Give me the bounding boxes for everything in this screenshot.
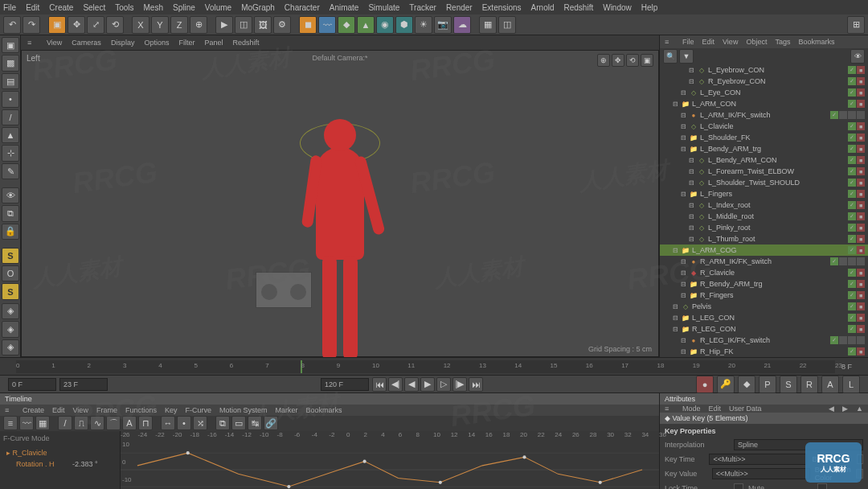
pla-key-icon[interactable]: L — [842, 376, 860, 393]
fc-linear-icon[interactable]: / — [58, 416, 72, 430]
vp-max-icon[interactable]: ▣ — [641, 54, 653, 67]
tree-tag[interactable]: ✓ — [848, 235, 856, 243]
workplane-icon[interactable]: ▤ — [2, 73, 19, 89]
expand-icon[interactable]: ⊟ — [687, 179, 695, 187]
fc-step-icon[interactable]: ⎍ — [74, 416, 88, 430]
menu-mograph[interactable]: MoGraph — [241, 3, 275, 12]
tree-tag[interactable]: ✓ — [830, 257, 838, 265]
attr-nav-back-icon[interactable]: ◀ — [829, 405, 834, 413]
play-icon[interactable]: ▶ — [420, 377, 435, 392]
tree-tag[interactable]: ■ — [857, 291, 865, 299]
rot-key-icon[interactable]: R — [800, 376, 818, 393]
expand-icon[interactable]: ⊟ — [687, 224, 695, 232]
keytime-input[interactable] — [709, 454, 807, 465]
expand-icon[interactable]: ⊟ — [679, 336, 687, 344]
expand-icon[interactable]: ⊟ — [679, 111, 687, 119]
tree-item[interactable]: ⊟◇Pelvis✓■ — [660, 301, 868, 312]
expand-icon[interactable]: ⊟ — [687, 201, 695, 209]
attr-nav-fwd-icon[interactable]: ▶ — [842, 405, 848, 413]
snap-s-icon[interactable]: S — [2, 248, 19, 264]
fc-menu-bookmarks[interactable]: Bookmarks — [306, 406, 342, 414]
tree-tag[interactable]: ✓ — [848, 224, 856, 232]
expand-icon[interactable]: ⊟ — [671, 302, 679, 310]
tree-tag[interactable]: ✓ — [848, 134, 856, 142]
menu-redshift[interactable]: Redshift — [564, 3, 594, 12]
locktime-check[interactable] — [734, 483, 743, 489]
generator-icon[interactable]: ◆ — [338, 16, 355, 34]
vp-orbit-icon[interactable]: ⟲ — [626, 54, 639, 67]
scale-tool-icon[interactable]: ⤢ — [87, 16, 104, 34]
fc-motion-icon[interactable]: ▦ — [35, 416, 50, 430]
expand-icon[interactable]: ⊟ — [687, 235, 695, 243]
tree-item[interactable]: ⊟📁L_Fingers✓■ — [660, 188, 868, 199]
tree-tag[interactable] — [839, 257, 847, 265]
attr-nav-up-icon[interactable]: ▲ — [856, 405, 863, 413]
tree-tag[interactable] — [839, 111, 847, 119]
layout-icon[interactable]: ▦ — [479, 16, 497, 34]
tree-tag[interactable] — [848, 111, 856, 119]
om-menu-file[interactable]: File — [682, 38, 694, 46]
polygon-mode-icon[interactable]: ▲ — [2, 127, 19, 143]
expand-icon[interactable]: ⊟ — [679, 291, 687, 299]
mograph-icon[interactable]: ⬢ — [395, 16, 413, 34]
tree-tag[interactable]: ✓ — [848, 100, 856, 108]
expand-icon[interactable]: ⊟ — [687, 167, 695, 175]
vp-pan-icon[interactable]: ✥ — [612, 54, 624, 67]
fc-dopesheet-icon[interactable]: ≡ — [3, 416, 18, 430]
goto-end-icon[interactable]: ⏭ — [469, 377, 483, 392]
expand-icon[interactable]: ⊟ — [671, 246, 679, 254]
volume-icon[interactable]: ☁ — [453, 16, 471, 34]
tree-tag[interactable]: ■ — [857, 179, 865, 187]
tree-tag[interactable]: ■ — [857, 66, 865, 74]
viewport-solo-icon[interactable]: 👁 — [2, 187, 19, 203]
render-region-icon[interactable]: ◫ — [235, 16, 252, 34]
fc-break-icon[interactable]: ⤮ — [193, 416, 207, 430]
fc-zero-len-icon[interactable]: • — [177, 416, 191, 430]
fcurve-tree[interactable]: F-Curve Mode ▸ R_Clavicle Rotation . H -… — [0, 431, 121, 489]
om-menu-edit[interactable]: Edit — [702, 38, 715, 46]
fcurve-graph[interactable]: -26-24-22-20-18-16-14-12-10-8-6-4-202468… — [121, 431, 659, 489]
keyvalue-input[interactable] — [712, 468, 810, 479]
fc-menu-frame[interactable]: Frame — [96, 406, 117, 414]
tree-item[interactable]: ⊟◇R_Eyebrow_CON✓■ — [660, 76, 868, 87]
snap-icon[interactable]: ⧉ — [2, 205, 19, 221]
tree-tag[interactable]: ✓ — [848, 212, 856, 220]
expand-icon[interactable]: ⊟ — [687, 212, 695, 220]
redo-icon[interactable]: ↷ — [23, 16, 40, 34]
next-frame-icon[interactable]: ▷ — [436, 377, 451, 392]
tree-item[interactable]: ⊟●R_ARM_IK/FK_switch✓ — [660, 256, 868, 267]
fcurve-tree-object[interactable]: ▸ R_Clavicle — [3, 447, 117, 458]
tree-tag[interactable]: ■ — [857, 325, 865, 333]
tree-tag[interactable]: ■ — [857, 100, 865, 108]
rotate-tool-icon[interactable]: ⟲ — [106, 16, 124, 34]
fcurve-tree-track[interactable]: Rotation . H -2.383 ° — [3, 458, 117, 470]
vp-menu-options[interactable]: Options — [144, 39, 169, 47]
tree-item[interactable]: ⊟◇L_Eyebrow_CON✓■ — [660, 64, 868, 76]
param-key-icon[interactable]: A — [821, 376, 839, 393]
filter1-icon[interactable]: ◈ — [2, 303, 19, 319]
fc-ripple-icon[interactable]: ↹ — [248, 416, 262, 430]
tree-item[interactable]: ⊟📁L_Bendy_ARM_trg✓■ — [660, 143, 868, 154]
fc-fcurve-icon[interactable]: 〰 — [19, 416, 34, 430]
cube-primitive-icon[interactable]: ◼ — [299, 16, 317, 34]
expand-icon[interactable]: ⊟ — [687, 156, 695, 164]
attr-menu-mode[interactable]: Mode — [682, 405, 701, 413]
om-search-icon[interactable]: 🔍 — [663, 49, 678, 64]
tree-tag[interactable]: ■ — [857, 145, 865, 153]
tree-item[interactable]: ⊟◇L_Pinky_root✓■ — [660, 222, 868, 233]
tree-tag[interactable]: ■ — [857, 224, 865, 232]
coord-system-icon[interactable]: ⊕ — [190, 16, 207, 34]
menu-create[interactable]: Create — [49, 3, 73, 12]
tree-tag[interactable] — [857, 336, 865, 344]
vp-menu-redshift[interactable]: Redshift — [232, 39, 259, 47]
tree-tag[interactable]: ✓ — [848, 77, 856, 85]
model-mode-icon[interactable]: ▣ — [2, 37, 19, 53]
fc-menu-fcurve[interactable]: F-Curve — [185, 406, 211, 414]
expand-icon[interactable]: ⊟ — [679, 145, 687, 153]
fc-menu-edit[interactable]: Edit — [52, 406, 65, 414]
filter3-icon[interactable]: ◈ — [2, 339, 19, 355]
attr-menu-edit[interactable]: Edit — [709, 405, 722, 413]
axis-mode-icon[interactable]: ⊹ — [2, 145, 19, 161]
fc-auto-icon[interactable]: A — [122, 416, 137, 430]
total-frame-input[interactable] — [321, 378, 369, 391]
